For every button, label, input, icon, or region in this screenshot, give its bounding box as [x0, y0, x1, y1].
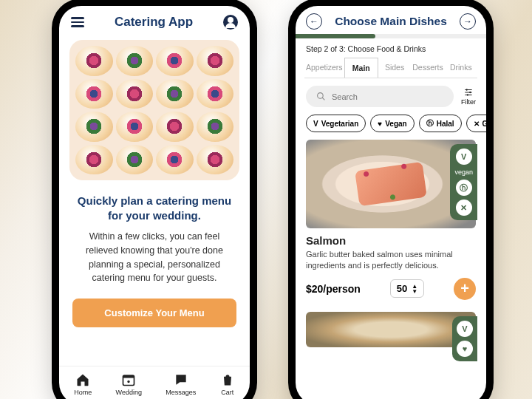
- svg-rect-1: [123, 375, 134, 378]
- bottom-tabbar: Home Wedding Messages Cart: [59, 366, 250, 399]
- phone-home: Catering App Quickly plan a catering men…: [52, 0, 257, 399]
- filter-button[interactable]: Filter: [461, 87, 476, 106]
- step-label: Step 2 of 3: Choose Food & Drinks: [296, 38, 486, 58]
- dish-badges: V ♥: [452, 316, 477, 361]
- add-button[interactable]: +: [454, 278, 476, 300]
- heart-icon: ♥: [378, 120, 382, 128]
- category-tabs: Appetizers Main Sides Desserts Drinks: [304, 58, 477, 78]
- svg-line-4: [322, 98, 324, 100]
- chip-vegetarian[interactable]: VVegetarian: [306, 115, 366, 132]
- quantity-stepper[interactable]: 50 ▲▼: [390, 279, 424, 298]
- tab-home[interactable]: Home: [74, 372, 92, 396]
- back-button[interactable]: ←: [306, 13, 322, 30]
- dish-card: V vegan ⓗ ✕ Salmon Garlic butter baked s…: [306, 140, 476, 300]
- home-header: Catering App: [59, 6, 250, 35]
- home-icon: [75, 372, 90, 387]
- svg-point-9: [469, 92, 471, 93]
- search-input-wrap[interactable]: [306, 86, 454, 107]
- halal-badge-icon: ⓗ: [456, 180, 472, 196]
- chip-halal[interactable]: ⓗHalal: [419, 115, 462, 132]
- svg-point-8: [466, 89, 468, 90]
- leaf-icon: V: [313, 120, 318, 128]
- search-row: Filter: [296, 78, 486, 115]
- cat-appetizers[interactable]: Appetizers: [304, 58, 344, 78]
- tab-messages[interactable]: Messages: [166, 372, 196, 396]
- hero-body: Within a few clicks, you can feel reliev…: [59, 227, 250, 288]
- forward-button[interactable]: →: [460, 13, 476, 30]
- dish-badges: V vegan ⓗ ✕: [450, 144, 477, 220]
- price-row: $20/person 50 ▲▼ +: [306, 278, 476, 300]
- page-title: Choose Main Dishes: [335, 15, 447, 28]
- heart-badge-icon: ♥: [457, 341, 473, 357]
- customize-menu-button[interactable]: Customize Your Menu: [72, 299, 236, 327]
- profile-icon[interactable]: [223, 15, 238, 30]
- chevron-down-icon[interactable]: ▼: [412, 289, 417, 294]
- chat-icon: [174, 372, 188, 387]
- bag-icon: [220, 372, 235, 387]
- app-title: Catering App: [115, 15, 193, 30]
- sliders-icon: [463, 87, 474, 98]
- search-icon: [316, 92, 326, 101]
- cat-main[interactable]: Main: [344, 58, 378, 78]
- home-screen: Catering App Quickly plan a catering men…: [59, 6, 250, 399]
- svg-point-3: [318, 93, 324, 99]
- tab-cart[interactable]: Cart: [220, 372, 235, 396]
- vegan-badge-icon: V: [456, 149, 472, 165]
- tab-wedding[interactable]: Wedding: [116, 372, 142, 396]
- dish-image: [306, 312, 476, 347]
- cat-drinks[interactable]: Drinks: [445, 58, 477, 78]
- phone-dishes: ← Choose Main Dishes → Step 2 of 3: Choo…: [288, 0, 494, 399]
- cat-desserts[interactable]: Desserts: [411, 58, 444, 78]
- diet-chips: VVegetarian ♥Vegan ⓗHalal ✕Glu: [296, 115, 486, 140]
- chip-vegan[interactable]: ♥Vegan: [370, 115, 414, 132]
- dish-name: Salmon: [306, 234, 476, 247]
- glutenfree-badge-icon: ✕: [456, 200, 472, 216]
- hero-heading: Quickly plan a catering menu for your we…: [59, 185, 250, 227]
- wheat-icon: ✕: [474, 120, 480, 128]
- progress-bar: [296, 34, 486, 38]
- hero-image: [69, 40, 239, 180]
- calendar-icon: [121, 372, 136, 387]
- hamburger-icon[interactable]: [71, 17, 84, 27]
- cat-sides[interactable]: Sides: [378, 58, 411, 78]
- search-input[interactable]: [332, 92, 443, 101]
- halal-icon: ⓗ: [426, 118, 434, 129]
- dish-description: Garlic butter baked salmon uses minimal …: [306, 249, 476, 272]
- chip-glutenfree[interactable]: ✕Glu: [466, 115, 486, 132]
- vegan-badge-icon: V: [457, 321, 473, 337]
- dishes-header: ← Choose Main Dishes →: [296, 6, 486, 34]
- dish-price: $20/person: [306, 283, 361, 295]
- dishes-screen: ← Choose Main Dishes → Step 2 of 3: Choo…: [296, 6, 486, 399]
- dish-card-next: V ♥: [306, 312, 476, 347]
- svg-point-2: [128, 381, 130, 383]
- svg-point-10: [467, 94, 468, 95]
